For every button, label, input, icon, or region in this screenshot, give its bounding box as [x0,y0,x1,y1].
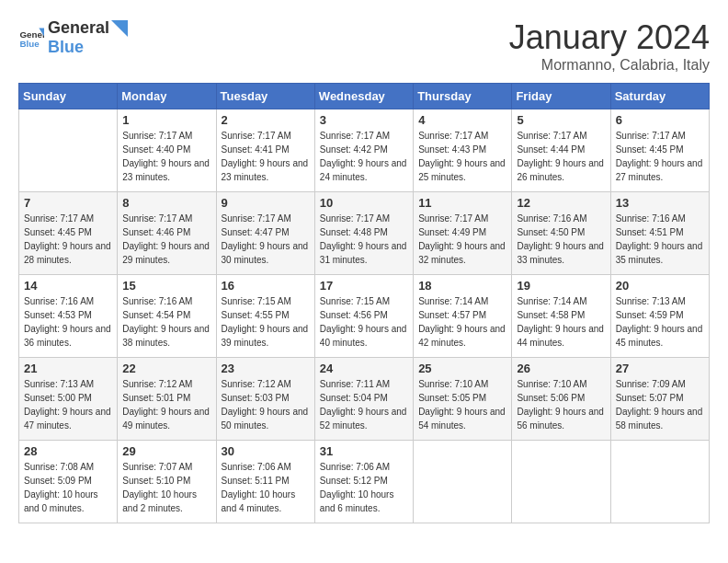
daylight: Daylight: 10 hours and 6 minutes. [320,488,408,515]
sunset: Sunset: 4:50 PM [517,225,605,239]
header-cell-friday: Friday [512,84,610,109]
day-info: Sunrise: 7:15 AM Sunset: 4:56 PM Dayligh… [320,294,408,350]
day-number: 4 [418,113,506,127]
daylight: Daylight: 9 hours and 56 minutes. [517,405,605,432]
daylight: Daylight: 9 hours and 23 minutes. [222,156,310,184]
day-number: 26 [517,362,605,375]
day-cell: 30 Sunrise: 7:06 AM Sunset: 5:11 PM Dayl… [216,441,314,523]
day-info: Sunrise: 7:06 AM Sunset: 5:11 PM Dayligh… [222,460,310,515]
sunset: Sunset: 5:05 PM [418,391,506,405]
day-number: 19 [517,279,605,293]
sunset: Sunset: 4:55 PM [222,308,310,322]
sunrise: Sunrise: 7:14 AM [418,294,506,308]
day-number: 14 [24,279,112,293]
day-info: Sunrise: 7:17 AM Sunset: 4:40 PM Dayligh… [122,129,210,184]
sunrise: Sunrise: 7:10 AM [517,377,605,391]
day-cell [512,441,610,523]
day-number: 9 [222,196,310,210]
day-cell: 26 Sunrise: 7:10 AM Sunset: 5:06 PM Dayl… [512,358,610,441]
day-info: Sunrise: 7:10 AM Sunset: 5:05 PM Dayligh… [418,377,506,432]
day-number: 8 [122,196,210,210]
week-row-2: 7 Sunrise: 7:17 AM Sunset: 4:45 PM Dayli… [19,192,710,275]
daylight: Daylight: 9 hours and 31 minutes. [320,239,408,267]
daylight: Daylight: 9 hours and 32 minutes. [418,239,506,267]
daylight: Daylight: 10 hours and 0 minutes. [24,488,112,515]
day-number: 12 [517,196,605,210]
sunrise: Sunrise: 7:16 AM [616,212,704,225]
daylight: Daylight: 9 hours and 30 minutes. [222,239,310,267]
day-number: 7 [24,196,112,210]
day-number: 22 [122,362,210,375]
day-cell: 18 Sunrise: 7:14 AM Sunset: 4:57 PM Dayl… [414,275,512,358]
day-info: Sunrise: 7:17 AM Sunset: 4:43 PM Dayligh… [418,129,506,184]
sunset: Sunset: 4:58 PM [517,308,605,322]
logo-blue: Blue [48,38,84,56]
sunrise: Sunrise: 7:16 AM [24,294,112,308]
sunrise: Sunrise: 7:17 AM [418,129,506,143]
calendar-title: January 2024 [509,18,710,57]
sunrise: Sunrise: 7:17 AM [418,212,506,225]
day-cell: 11 Sunrise: 7:17 AM Sunset: 4:49 PM Dayl… [414,192,512,275]
sunset: Sunset: 4:54 PM [122,308,210,322]
sunrise: Sunrise: 7:17 AM [517,129,605,143]
sunset: Sunset: 4:45 PM [24,225,112,239]
header-cell-thursday: Thursday [414,84,512,109]
day-cell: 7 Sunrise: 7:17 AM Sunset: 4:45 PM Dayli… [19,192,118,275]
sunset: Sunset: 4:40 PM [122,143,210,156]
daylight: Daylight: 9 hours and 45 minutes. [616,322,704,350]
header-row: SundayMondayTuesdayWednesdayThursdayFrid… [19,84,710,109]
day-cell: 14 Sunrise: 7:16 AM Sunset: 4:53 PM Dayl… [19,275,118,358]
day-info: Sunrise: 7:10 AM Sunset: 5:06 PM Dayligh… [517,377,605,432]
day-number: 16 [222,279,310,293]
day-info: Sunrise: 7:14 AM Sunset: 4:58 PM Dayligh… [517,294,605,350]
day-cell: 24 Sunrise: 7:11 AM Sunset: 5:04 PM Dayl… [314,358,413,441]
week-row-3: 14 Sunrise: 7:16 AM Sunset: 4:53 PM Dayl… [19,275,710,358]
daylight: Daylight: 9 hours and 50 minutes. [222,405,310,432]
day-info: Sunrise: 7:12 AM Sunset: 5:01 PM Dayligh… [122,377,210,432]
daylight: Daylight: 10 hours and 2 minutes. [122,488,210,515]
svg-text:Blue: Blue [19,39,40,49]
day-info: Sunrise: 7:16 AM Sunset: 4:50 PM Dayligh… [517,212,605,267]
day-number: 27 [616,362,704,375]
sunrise: Sunrise: 7:10 AM [418,377,506,391]
day-cell: 15 Sunrise: 7:16 AM Sunset: 4:54 PM Dayl… [118,275,216,358]
day-number: 13 [616,196,704,210]
sunset: Sunset: 4:59 PM [616,308,704,322]
sunset: Sunset: 4:43 PM [418,143,506,156]
day-cell: 23 Sunrise: 7:12 AM Sunset: 5:03 PM Dayl… [216,358,314,441]
daylight: Daylight: 9 hours and 26 minutes. [517,156,605,184]
calendar-table: SundayMondayTuesdayWednesdayThursdayFrid… [18,83,710,523]
day-number: 29 [122,444,210,458]
daylight: Daylight: 9 hours and 40 minutes. [320,322,408,350]
day-cell: 31 Sunrise: 7:06 AM Sunset: 5:12 PM Dayl… [314,441,413,523]
day-cell: 21 Sunrise: 7:13 AM Sunset: 5:00 PM Dayl… [19,358,118,441]
day-info: Sunrise: 7:17 AM Sunset: 4:41 PM Dayligh… [222,129,310,184]
day-info: Sunrise: 7:12 AM Sunset: 5:03 PM Dayligh… [222,377,310,432]
sunrise: Sunrise: 7:06 AM [222,460,310,474]
day-info: Sunrise: 7:16 AM Sunset: 4:53 PM Dayligh… [24,294,112,350]
day-cell: 2 Sunrise: 7:17 AM Sunset: 4:41 PM Dayli… [216,109,314,192]
daylight: Daylight: 10 hours and 4 minutes. [222,488,310,515]
sunset: Sunset: 4:53 PM [24,308,112,322]
daylight: Daylight: 9 hours and 42 minutes. [418,322,506,350]
sunrise: Sunrise: 7:11 AM [320,377,408,391]
day-cell: 17 Sunrise: 7:15 AM Sunset: 4:56 PM Dayl… [314,275,413,358]
sunset: Sunset: 4:48 PM [320,225,408,239]
sunrise: Sunrise: 7:17 AM [222,129,310,143]
daylight: Daylight: 9 hours and 28 minutes. [24,239,112,267]
day-number: 30 [222,444,310,458]
sunrise: Sunrise: 7:15 AM [320,294,408,308]
header: General Blue General Blue January 2024 M… [18,18,710,74]
sunrise: Sunrise: 7:15 AM [222,294,310,308]
day-number: 28 [24,444,112,458]
day-cell [610,441,709,523]
sunrise: Sunrise: 7:14 AM [517,294,605,308]
day-info: Sunrise: 7:14 AM Sunset: 4:57 PM Dayligh… [418,294,506,350]
day-cell: 6 Sunrise: 7:17 AM Sunset: 4:45 PM Dayli… [610,109,709,192]
day-number: 20 [616,279,704,293]
svg-marker-3 [111,20,128,37]
day-number: 25 [418,362,506,375]
sunrise: Sunrise: 7:13 AM [24,377,112,391]
day-number: 5 [517,113,605,127]
day-cell: 22 Sunrise: 7:12 AM Sunset: 5:01 PM Dayl… [118,358,216,441]
